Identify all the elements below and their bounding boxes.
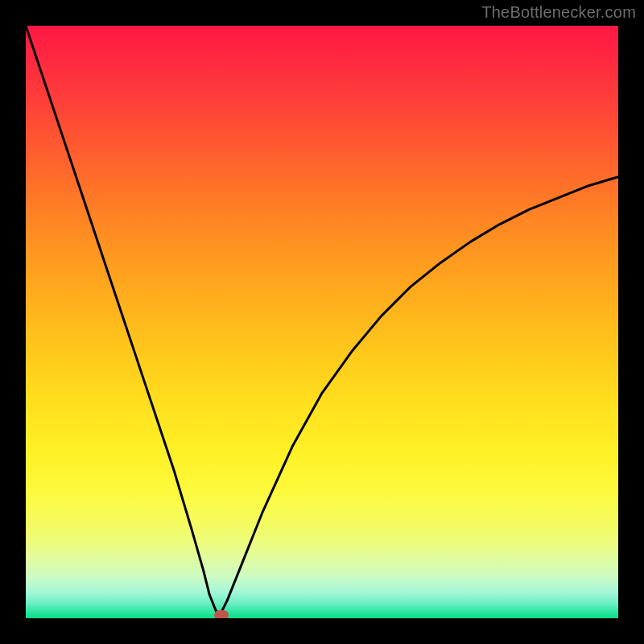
plot-area	[26, 26, 618, 618]
optimal-point-marker	[214, 610, 229, 618]
bottleneck-curve	[26, 26, 618, 618]
watermark-text: TheBottlenecker.com	[481, 3, 636, 22]
chart-frame: TheBottlenecker.com	[0, 0, 644, 644]
